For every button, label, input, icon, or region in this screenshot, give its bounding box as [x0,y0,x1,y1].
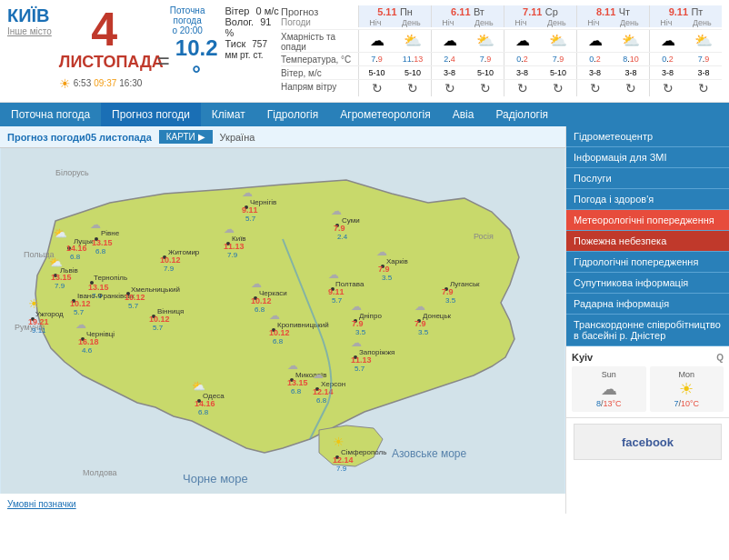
svg-text:10.12: 10.12 [251,296,272,305]
sidebar-link[interactable]: Транскордонне співробітництво в басейні … [566,315,729,346]
forecast-day-header: 7.11 Ср НічДень [504,5,576,27]
svg-text:☁: ☁ [75,318,86,331]
nav-item-поточна-погода[interactable]: Поточна погода [0,103,101,126]
map-cards-button[interactable]: КАРТИ ▶ [159,130,213,144]
forecast-direction-cell: ↻ [685,80,722,96]
current-label: Поточна погода [157,5,218,25]
facebook-block: facebook [566,418,729,469]
wind-label: Вітер [225,5,250,16]
forecast-header-label: Прогноз Погоди [281,6,358,27]
nav-item-агрометеорологія[interactable]: Агрометеорологія [329,103,441,126]
svg-text:6.8: 6.8 [255,305,265,314]
nav-item-радіологія[interactable]: Радіологія [484,103,559,126]
svg-text:13.15: 13.15 [88,283,109,292]
search-icon[interactable]: Q [716,353,724,363]
svg-text:6.8: 6.8 [316,396,327,405]
map-header: Прогноз погоди05 листопада КАРТИ ▶ Украї… [0,126,565,148]
forecast-icon-cell: ⛅ [685,30,722,52]
sidebar-link[interactable]: Послуги [566,168,729,189]
humidity-row: Волог. 91 % [225,16,282,38]
forecast-direction-cell: ↻ [467,80,504,96]
forecast-icon-cell: ⛅ [613,30,649,52]
svg-text:2.4: 2.4 [337,233,348,241]
forecast-wind-cell: 3-8 [431,66,467,79]
sun-times: ☀ 6:53 09:37 16:30 [59,76,150,91]
svg-text:7.9: 7.9 [336,465,347,473]
svg-text:☁: ☁ [224,223,235,235]
svg-text:5.7: 5.7 [74,308,85,316]
svg-text:7.9: 7.9 [414,319,426,328]
svg-text:11.13: 11.13 [224,242,245,251]
sidebar-link[interactable]: Гідрометеоцентр [566,126,729,147]
svg-text:3.5: 3.5 [418,328,429,336]
svg-text:☁: ☁ [351,336,362,349]
svg-text:Чорне море: Чорне море [183,472,248,485]
kyiv-widget-title: Kyiv [572,352,593,363]
svg-text:16.18: 16.18 [78,337,99,346]
sidebar-link[interactable]: Радарна інформація [566,294,729,315]
nav-item-клімат[interactable]: Клімат [201,103,256,126]
kyiv-days-container: Sun ☁ 8/13°C Mon ☀ 7/10°C [572,366,724,412]
nav-item-прогноз-погоди[interactable]: Прогноз погоди [101,103,201,126]
forecast-wind-cell: 3-8 [576,66,613,79]
sidebar-link[interactable]: Гідрологічні попередження [566,252,729,273]
svg-text:10.12: 10.12 [269,328,290,337]
main-content: Прогноз погоди05 листопада КАРТИ ▶ Украї… [0,126,729,514]
sidebar-link[interactable]: Пожежна небезпека [566,231,729,252]
facebook-logo: facebook [622,435,674,449]
sidebar-link[interactable]: Супутникова інформація [566,273,729,294]
sidebar-link[interactable]: Погода і здоров'я [566,189,729,210]
forecast-icon-cell: ☁ [576,30,613,52]
sidebar-link[interactable]: Інформація для ЗМІ [566,147,729,168]
city-sub-link[interactable]: Інше місто [7,26,59,36]
svg-text:13.15: 13.15 [92,238,113,247]
nav-item-авіа[interactable]: Авіа [442,103,485,126]
kyiv-weather-widget: Kyiv Q Sun ☁ 8/13°C Mon ☀ 7/10°C [566,346,729,418]
header: КИЇВ Інше місто 4 ЛИСТОПАДА ☀ 6:53 09:37… [0,0,729,103]
kyiv-day-name: Mon [652,370,723,379]
legend-link[interactable]: Умовні позначки [7,499,76,509]
forecast-temp-cell: 11.13 [394,53,431,65]
wind-row: Вітер 0 м/с [225,5,282,16]
svg-text:Донецьк: Донецьк [423,312,452,320]
svg-text:7.9: 7.9 [352,319,364,328]
pressure-row: Тиск 757 мм рт. ст. [225,38,282,60]
svg-text:⛅: ⛅ [54,226,67,240]
date-month: ЛИСТОПАДА [59,53,150,73]
navbar: Поточна погодаПрогноз погодиКліматГідрол… [0,103,729,126]
forecast-icon-cell: ⛅ [467,30,504,52]
svg-text:☁: ☁ [251,277,262,290]
kyiv-widget-header: Kyiv Q [572,352,724,363]
wind-label-row: Вітер, м/с [281,66,358,79]
date-day: 4 [59,5,150,53]
svg-text:3.5: 3.5 [445,296,456,305]
forecast-icon-cell: ☁ [358,30,394,52]
forecast-temp-cell: 0.2 [649,53,685,65]
svg-text:7.9: 7.9 [442,287,454,296]
svg-text:☀: ☀ [28,296,40,311]
svg-text:5.7: 5.7 [153,324,164,332]
svg-text:9.11: 9.11 [328,287,345,296]
forecast-wind-cell: 5-10 [358,66,394,79]
forecast-day-header: 9.11 Пт НічДень [649,5,722,27]
forecast-day-header: 5.11 Пн НічДень [358,5,431,27]
nav-item-гідрологія[interactable]: Гідрологія [256,103,330,126]
svg-text:9.11: 9.11 [242,205,258,215]
map-container: Чорне море Азовське море Польща Білорусь… [0,148,565,494]
svg-text:Росія: Росія [474,232,494,241]
kyiv-day-temp: 7/10°C [652,399,723,408]
current-equal: = [157,48,170,74]
sunset-time: 16:30 [119,78,142,88]
forecast-temp-cell: 0.2 [576,53,613,65]
svg-text:☁: ☁ [414,300,425,313]
svg-text:☁: ☁ [313,368,324,381]
svg-text:7.9: 7.9 [334,224,345,233]
forecast-temp-cell: 7.9 [685,53,722,65]
sidebar-link[interactable]: Метеорологічні попередження [566,210,729,231]
svg-text:5.7: 5.7 [128,302,139,310]
svg-text:7.9: 7.9 [55,282,65,290]
svg-text:☁: ☁ [90,218,101,231]
forecast-wind-cell: 5-10 [467,66,504,79]
svg-text:10.12: 10.12 [160,255,181,265]
svg-text:10.12: 10.12 [125,293,145,302]
